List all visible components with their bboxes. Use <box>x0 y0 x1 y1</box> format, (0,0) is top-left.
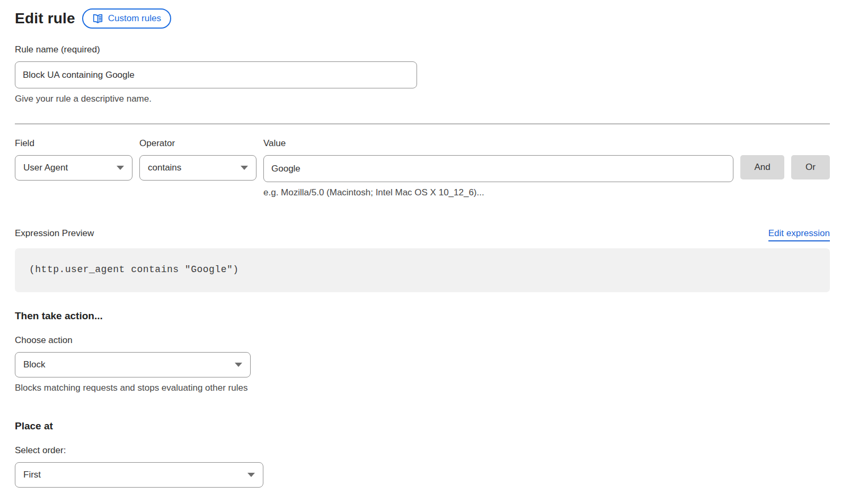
operator-column: Operator contains <box>139 138 256 181</box>
value-column: Value e.g. Mozilla/5.0 (Macintosh; Intel… <box>263 138 733 198</box>
custom-rules-label: Custom rules <box>108 13 161 24</box>
rule-name-label: Rule name (required) <box>15 44 830 55</box>
chevron-down-icon <box>247 473 255 477</box>
then-take-action-heading: Then take action... <box>15 310 830 322</box>
label-spacer <box>740 138 830 149</box>
field-column: Field User Agent <box>15 138 132 181</box>
field-select-value: User Agent <box>23 163 68 173</box>
and-button[interactable]: And <box>740 155 784 179</box>
rule-name-section: Rule name (required) Give your rule a de… <box>15 44 830 104</box>
expression-preview-box: (http.user_agent contains "Google") <box>15 248 830 292</box>
value-hint: e.g. Mozilla/5.0 (Macintosh; Intel Mac O… <box>263 187 733 198</box>
custom-rules-button[interactable]: Custom rules <box>82 8 171 29</box>
open-book-icon <box>92 14 103 24</box>
edit-expression-link[interactable]: Edit expression <box>768 228 830 241</box>
rule-name-help: Give your rule a descriptive name. <box>15 94 830 104</box>
logic-buttons-column: And Or <box>740 138 830 179</box>
page-title: Edit rule <box>15 10 75 27</box>
order-select-value: First <box>23 470 41 480</box>
chevron-down-icon <box>235 363 242 367</box>
or-button[interactable]: Or <box>791 155 830 179</box>
action-help: Blocks matching requests and stops evalu… <box>15 383 830 393</box>
expression-preview-label: Expression Preview <box>15 228 94 239</box>
chevron-down-icon <box>117 166 124 170</box>
field-label: Field <box>15 138 132 149</box>
place-at-heading: Place at <box>15 420 830 432</box>
rule-name-input[interactable] <box>15 61 417 88</box>
section-divider <box>15 123 830 124</box>
operator-select-value: contains <box>148 163 181 173</box>
select-order-label: Select order: <box>15 445 830 456</box>
condition-row: Field User Agent Operator contains Value… <box>15 138 830 198</box>
operator-label: Operator <box>139 138 256 149</box>
value-input[interactable] <box>263 155 733 182</box>
field-select[interactable]: User Agent <box>15 155 132 181</box>
expression-header: Expression Preview Edit expression <box>15 228 830 241</box>
order-select[interactable]: First <box>15 462 263 488</box>
andor-row: And Or <box>740 155 830 179</box>
action-select[interactable]: Block <box>15 352 251 377</box>
operator-select[interactable]: contains <box>139 155 256 181</box>
edit-rule-page: Edit rule Custom rules Rule name (requir… <box>0 0 841 488</box>
expression-code: (http.user_agent contains "Google") <box>29 264 239 275</box>
action-select-value: Block <box>23 359 46 370</box>
choose-action-label: Choose action <box>15 335 830 346</box>
page-header: Edit rule Custom rules <box>15 8 830 29</box>
value-label: Value <box>263 138 733 149</box>
chevron-down-icon <box>241 166 248 170</box>
